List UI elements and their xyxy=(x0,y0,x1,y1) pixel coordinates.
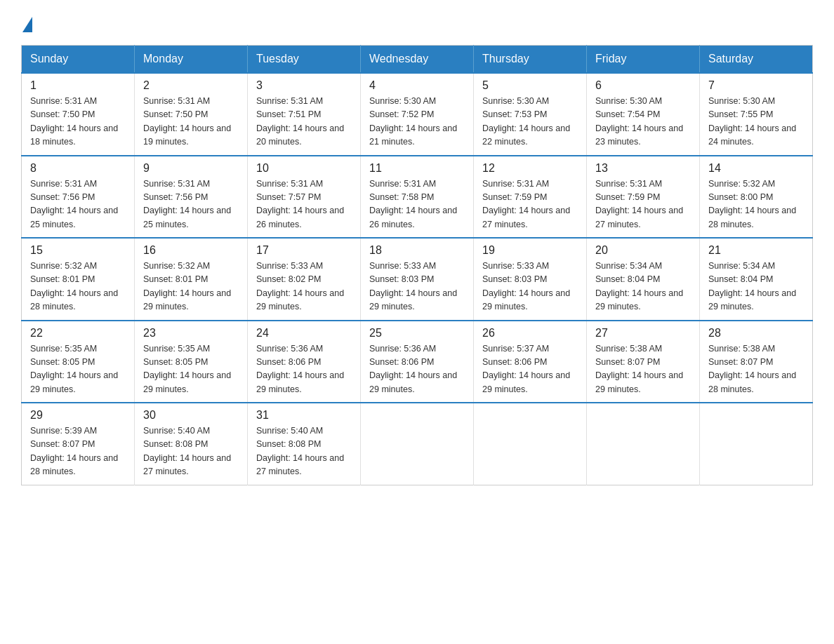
day-info: Sunrise: 5:33 AMSunset: 8:03 PMDaylight:… xyxy=(482,260,578,314)
day-number: 21 xyxy=(708,244,804,257)
calendar-header-row: SundayMondayTuesdayWednesdayThursdayFrid… xyxy=(22,46,813,74)
calendar-day-cell xyxy=(474,403,587,485)
weekday-header: Sunday xyxy=(22,46,135,74)
day-number: 22 xyxy=(30,327,126,340)
day-number: 24 xyxy=(256,327,352,340)
weekday-header: Friday xyxy=(587,46,700,74)
day-info: Sunrise: 5:30 AMSunset: 7:52 PMDaylight:… xyxy=(369,95,465,149)
day-info: Sunrise: 5:31 AMSunset: 7:50 PMDaylight:… xyxy=(30,95,126,149)
calendar-day-cell: 11 Sunrise: 5:31 AMSunset: 7:58 PMDaylig… xyxy=(361,156,474,239)
calendar-day-cell: 10 Sunrise: 5:31 AMSunset: 7:57 PMDaylig… xyxy=(248,156,361,239)
calendar-day-cell xyxy=(361,403,474,485)
calendar-day-cell: 30 Sunrise: 5:40 AMSunset: 8:08 PMDaylig… xyxy=(135,403,248,485)
calendar-week-row: 22 Sunrise: 5:35 AMSunset: 8:05 PMDaylig… xyxy=(22,321,813,403)
day-info: Sunrise: 5:33 AMSunset: 8:03 PMDaylight:… xyxy=(369,260,465,314)
day-info: Sunrise: 5:36 AMSunset: 8:06 PMDaylight:… xyxy=(256,342,352,397)
calendar-day-cell: 28 Sunrise: 5:38 AMSunset: 8:07 PMDaylig… xyxy=(700,321,813,403)
day-info: Sunrise: 5:31 AMSunset: 7:59 PMDaylight:… xyxy=(482,177,578,232)
day-info: Sunrise: 5:40 AMSunset: 8:08 PMDaylight:… xyxy=(256,424,352,479)
calendar-day-cell: 25 Sunrise: 5:36 AMSunset: 8:06 PMDaylig… xyxy=(361,321,474,403)
day-info: Sunrise: 5:35 AMSunset: 8:05 PMDaylight:… xyxy=(30,342,126,397)
day-number: 4 xyxy=(369,79,465,92)
day-number: 12 xyxy=(482,162,578,175)
day-info: Sunrise: 5:40 AMSunset: 8:08 PMDaylight:… xyxy=(143,424,239,479)
calendar-week-row: 15 Sunrise: 5:32 AMSunset: 8:01 PMDaylig… xyxy=(22,238,813,321)
calendar-day-cell: 22 Sunrise: 5:35 AMSunset: 8:05 PMDaylig… xyxy=(22,321,135,403)
calendar-day-cell: 9 Sunrise: 5:31 AMSunset: 7:56 PMDayligh… xyxy=(135,156,248,239)
calendar-day-cell: 19 Sunrise: 5:33 AMSunset: 8:03 PMDaylig… xyxy=(474,238,587,321)
day-number: 9 xyxy=(143,162,239,175)
day-number: 3 xyxy=(256,79,352,92)
calendar-day-cell: 24 Sunrise: 5:36 AMSunset: 8:06 PMDaylig… xyxy=(248,321,361,403)
calendar-day-cell: 5 Sunrise: 5:30 AMSunset: 7:53 PMDayligh… xyxy=(474,73,587,156)
weekday-header: Monday xyxy=(135,46,248,74)
day-info: Sunrise: 5:31 AMSunset: 7:59 PMDaylight:… xyxy=(595,177,691,232)
calendar-week-row: 8 Sunrise: 5:31 AMSunset: 7:56 PMDayligh… xyxy=(22,156,813,239)
day-number: 6 xyxy=(595,79,691,92)
logo xyxy=(21,14,32,32)
day-info: Sunrise: 5:39 AMSunset: 8:07 PMDaylight:… xyxy=(30,424,126,479)
day-info: Sunrise: 5:32 AMSunset: 8:00 PMDaylight:… xyxy=(708,177,804,232)
day-number: 2 xyxy=(143,79,239,92)
calendar-day-cell: 17 Sunrise: 5:33 AMSunset: 8:02 PMDaylig… xyxy=(248,238,361,321)
day-info: Sunrise: 5:35 AMSunset: 8:05 PMDaylight:… xyxy=(143,342,239,397)
calendar-day-cell: 12 Sunrise: 5:31 AMSunset: 7:59 PMDaylig… xyxy=(474,156,587,239)
calendar-day-cell: 29 Sunrise: 5:39 AMSunset: 8:07 PMDaylig… xyxy=(22,403,135,485)
calendar-day-cell xyxy=(700,403,813,485)
day-info: Sunrise: 5:38 AMSunset: 8:07 PMDaylight:… xyxy=(595,342,691,397)
day-number: 27 xyxy=(595,327,691,340)
calendar-day-cell: 16 Sunrise: 5:32 AMSunset: 8:01 PMDaylig… xyxy=(135,238,248,321)
day-info: Sunrise: 5:36 AMSunset: 8:06 PMDaylight:… xyxy=(369,342,465,397)
day-number: 17 xyxy=(256,244,352,257)
calendar-day-cell: 15 Sunrise: 5:32 AMSunset: 8:01 PMDaylig… xyxy=(22,238,135,321)
day-info: Sunrise: 5:38 AMSunset: 8:07 PMDaylight:… xyxy=(708,342,804,397)
day-number: 1 xyxy=(30,79,126,92)
day-number: 16 xyxy=(143,244,239,257)
calendar-day-cell: 14 Sunrise: 5:32 AMSunset: 8:00 PMDaylig… xyxy=(700,156,813,239)
day-info: Sunrise: 5:32 AMSunset: 8:01 PMDaylight:… xyxy=(143,260,239,314)
calendar-day-cell: 27 Sunrise: 5:38 AMSunset: 8:07 PMDaylig… xyxy=(587,321,700,403)
calendar-week-row: 29 Sunrise: 5:39 AMSunset: 8:07 PMDaylig… xyxy=(22,403,813,485)
day-number: 19 xyxy=(482,244,578,257)
calendar-day-cell: 6 Sunrise: 5:30 AMSunset: 7:54 PMDayligh… xyxy=(587,73,700,156)
day-number: 13 xyxy=(595,162,691,175)
calendar-day-cell: 26 Sunrise: 5:37 AMSunset: 8:06 PMDaylig… xyxy=(474,321,587,403)
calendar-day-cell: 8 Sunrise: 5:31 AMSunset: 7:56 PMDayligh… xyxy=(22,156,135,239)
day-number: 15 xyxy=(30,244,126,257)
logo-triangle-icon xyxy=(22,17,32,32)
calendar-table: SundayMondayTuesdayWednesdayThursdayFrid… xyxy=(21,45,813,485)
day-number: 20 xyxy=(595,244,691,257)
calendar-day-cell: 13 Sunrise: 5:31 AMSunset: 7:59 PMDaylig… xyxy=(587,156,700,239)
calendar-day-cell: 18 Sunrise: 5:33 AMSunset: 8:03 PMDaylig… xyxy=(361,238,474,321)
calendar-day-cell: 2 Sunrise: 5:31 AMSunset: 7:50 PMDayligh… xyxy=(135,73,248,156)
day-number: 26 xyxy=(482,327,578,340)
page-header xyxy=(21,14,813,32)
day-info: Sunrise: 5:31 AMSunset: 7:57 PMDaylight:… xyxy=(256,177,352,232)
day-number: 18 xyxy=(369,244,465,257)
calendar-day-cell: 4 Sunrise: 5:30 AMSunset: 7:52 PMDayligh… xyxy=(361,73,474,156)
calendar-week-row: 1 Sunrise: 5:31 AMSunset: 7:50 PMDayligh… xyxy=(22,73,813,156)
day-number: 5 xyxy=(482,79,578,92)
calendar-day-cell: 3 Sunrise: 5:31 AMSunset: 7:51 PMDayligh… xyxy=(248,73,361,156)
calendar-day-cell: 31 Sunrise: 5:40 AMSunset: 8:08 PMDaylig… xyxy=(248,403,361,485)
day-info: Sunrise: 5:31 AMSunset: 7:51 PMDaylight:… xyxy=(256,95,352,149)
day-number: 28 xyxy=(708,327,804,340)
day-info: Sunrise: 5:33 AMSunset: 8:02 PMDaylight:… xyxy=(256,260,352,314)
weekday-header: Thursday xyxy=(474,46,587,74)
day-number: 7 xyxy=(708,79,804,92)
day-info: Sunrise: 5:34 AMSunset: 8:04 PMDaylight:… xyxy=(708,260,804,314)
day-number: 29 xyxy=(30,409,126,422)
day-number: 11 xyxy=(369,162,465,175)
day-info: Sunrise: 5:34 AMSunset: 8:04 PMDaylight:… xyxy=(595,260,691,314)
day-number: 8 xyxy=(30,162,126,175)
day-info: Sunrise: 5:30 AMSunset: 7:54 PMDaylight:… xyxy=(595,95,691,149)
day-info: Sunrise: 5:37 AMSunset: 8:06 PMDaylight:… xyxy=(482,342,578,397)
weekday-header: Tuesday xyxy=(248,46,361,74)
day-number: 25 xyxy=(369,327,465,340)
day-number: 10 xyxy=(256,162,352,175)
day-info: Sunrise: 5:31 AMSunset: 7:56 PMDaylight:… xyxy=(30,177,126,232)
day-number: 30 xyxy=(143,409,239,422)
calendar-day-cell: 1 Sunrise: 5:31 AMSunset: 7:50 PMDayligh… xyxy=(22,73,135,156)
day-info: Sunrise: 5:31 AMSunset: 7:56 PMDaylight:… xyxy=(143,177,239,232)
day-number: 14 xyxy=(708,162,804,175)
